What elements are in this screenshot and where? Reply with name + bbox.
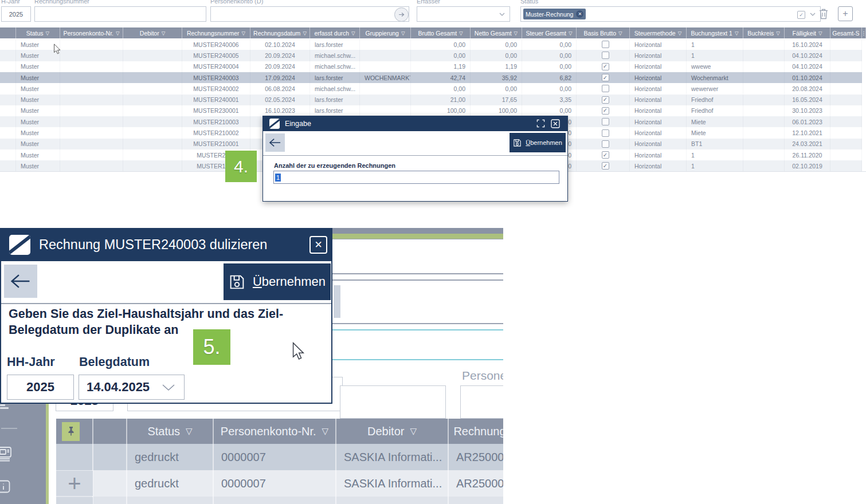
mouse-cursor xyxy=(53,44,61,57)
chip-remove-icon[interactable]: ✕ xyxy=(576,10,583,18)
status-multiselect[interactable]: Muster-Rechnung ✕ ✓ xyxy=(520,6,821,22)
filter-icon[interactable]: ▽ xyxy=(569,30,573,36)
column-header-debitor[interactable]: Debitor▽ xyxy=(123,27,182,38)
close-icon[interactable] xyxy=(551,119,560,128)
erfasser-dropdown[interactable] xyxy=(417,6,510,22)
column-header-c1[interactable] xyxy=(93,419,127,444)
status-chip[interactable]: Muster-Rechnung ✕ xyxy=(523,9,586,19)
print-view-icon[interactable] xyxy=(0,446,12,464)
basis-brutto-checkbox[interactable] xyxy=(602,85,609,92)
anzahl-value: 1 xyxy=(275,174,281,182)
basis-brutto-checkbox[interactable] xyxy=(602,151,609,159)
table-row[interactable]: gedruckt0000007SASKIA Informati...AR2500… xyxy=(56,497,503,504)
filter-icon[interactable]: ▽ xyxy=(186,426,193,436)
column-header-netto[interactable]: Netto Gesamt▽ xyxy=(471,27,522,38)
filter-icon[interactable]: ▽ xyxy=(351,30,355,36)
table-row[interactable]: MusterMUSTER24000102.05.2024lars.forster… xyxy=(0,94,862,105)
column-header-faelligkeit[interactable]: Fälligkeit▽ xyxy=(785,27,830,38)
add-row-button[interactable]: + xyxy=(56,471,93,496)
basis-brutto-checkbox[interactable] xyxy=(602,162,609,170)
basis-brutto-checkbox[interactable] xyxy=(602,74,609,81)
column-header-basis_brutto[interactable]: Basis Brutto▽ xyxy=(577,27,630,38)
pin-icon[interactable] xyxy=(62,422,80,441)
filter-icon[interactable]: ▽ xyxy=(303,30,307,36)
column-header-rechnungsdatum[interactable]: Rechnungsdatum▽ xyxy=(250,27,310,38)
filter-icon[interactable]: ▽ xyxy=(242,30,246,36)
filter-icon[interactable]: ▽ xyxy=(459,30,463,36)
hh-jahr-field[interactable]: 2025 xyxy=(1,6,31,22)
filter-icon[interactable]: ▽ xyxy=(678,30,682,36)
cell-debitor xyxy=(123,61,182,72)
background-button-fragment xyxy=(334,285,340,318)
basis-brutto-checkbox[interactable] xyxy=(602,118,609,125)
table-row[interactable]: MusterMUSTER24000420.09.2024michael.schw… xyxy=(0,61,862,72)
filter-icon[interactable]: ▽ xyxy=(735,30,739,36)
column-header-rechnungsnummer[interactable]: Rechnungsnummer▽ xyxy=(182,27,250,38)
filter-icon[interactable]: ▽ xyxy=(116,30,120,36)
column-header-gesamt[interactable]: Gesamt-S xyxy=(830,27,862,38)
trash-icon[interactable] xyxy=(818,8,829,22)
chevron-down-icon[interactable] xyxy=(499,13,505,16)
column-header-brutto[interactable]: Brutto Gesamt▽ xyxy=(411,27,471,38)
basis-brutto-checkbox[interactable] xyxy=(602,129,609,137)
close-icon[interactable]: ✕ xyxy=(309,236,327,254)
table-row[interactable]: MusterMUSTER23000116.10.2023lars.forster… xyxy=(0,105,862,116)
cell-faelligkeit: 16.10.2024 xyxy=(785,39,830,50)
table-row[interactable]: MusterMUSTER24000602.10.2024lars.forster… xyxy=(0,39,862,50)
filter-icon[interactable]: ▽ xyxy=(776,30,780,36)
column-header-c0[interactable] xyxy=(0,27,16,38)
column-header-debitor[interactable]: Debitor▽ xyxy=(336,419,449,444)
rechnungsnummer-field[interactable] xyxy=(34,6,206,22)
column-header-buchungstext[interactable]: Buchungstext 1▽ xyxy=(687,27,743,38)
add-filter-button[interactable]: + xyxy=(838,6,853,21)
filter-icon[interactable]: ▽ xyxy=(818,30,822,36)
belegdatum-dropdown[interactable]: 14.04.2025 xyxy=(79,375,185,400)
basis-brutto-checkbox[interactable] xyxy=(602,140,609,148)
column-header-rechnung[interactable]: Rechnungs xyxy=(449,419,503,444)
column-options-icon[interactable]: ⋮ xyxy=(862,27,866,38)
maximize-icon[interactable] xyxy=(536,119,546,128)
basis-brutto-checkbox[interactable] xyxy=(602,63,609,70)
column-header-c0[interactable] xyxy=(56,419,93,444)
personenkonto-field[interactable] xyxy=(210,6,409,22)
table-row[interactable]: MusterMUSTER24000206.08.2024michael.schw… xyxy=(0,83,862,94)
column-header-steuermethode[interactable]: Steuermethode▽ xyxy=(630,27,687,38)
cell-personenkonto xyxy=(60,127,123,138)
info-icon[interactable] xyxy=(0,480,10,495)
basis-brutto-checkbox[interactable] xyxy=(602,41,609,48)
add-row-button[interactable]: + xyxy=(56,497,93,504)
table-row[interactable]: MusterMUSTER24000317.09.2024lars.forster… xyxy=(0,72,862,83)
back-button[interactable] xyxy=(4,265,37,298)
background-field[interactable] xyxy=(460,385,503,419)
column-header-steuer[interactable]: Steuer Gesamt▽ xyxy=(522,27,577,38)
filter-icon[interactable]: ▽ xyxy=(410,426,417,436)
table-row[interactable]: gedruckt0000007SASKIA Informati...AR2500… xyxy=(56,444,503,470)
column-header-buchkreis[interactable]: Buchkreis▽ xyxy=(743,27,785,38)
basis-brutto-checkbox[interactable] xyxy=(602,52,609,59)
uebernehmen-button[interactable]: Übernehmen xyxy=(510,133,566,152)
anzahl-input[interactable]: 1 xyxy=(273,171,559,184)
personenkonto-go-icon[interactable] xyxy=(394,7,409,22)
back-button[interactable] xyxy=(265,133,285,152)
filter-icon[interactable]: ▽ xyxy=(401,30,405,36)
chevron-down-icon[interactable] xyxy=(810,13,816,16)
select-all-icon[interactable]: ✓ xyxy=(797,11,805,19)
filter-icon[interactable]: ▽ xyxy=(322,426,329,436)
column-header-status[interactable]: Status▽ xyxy=(127,419,214,444)
background-field[interactable] xyxy=(340,385,446,419)
filter-icon[interactable]: ▽ xyxy=(162,30,166,36)
basis-brutto-checkbox[interactable] xyxy=(602,96,609,104)
filter-icon[interactable]: ▽ xyxy=(618,30,622,36)
hh-jahr-field[interactable]: 2025 xyxy=(7,375,74,400)
column-header-gruppierung[interactable]: Gruppierung▽ xyxy=(360,27,411,38)
filter-icon[interactable]: ▽ xyxy=(46,30,50,36)
column-header-konto[interactable]: Personenkonto-Nr.▽ xyxy=(214,419,336,444)
uebernehmen-button[interactable]: Übernehmen xyxy=(224,263,331,300)
column-header-erfasst[interactable]: erfasst durch▽ xyxy=(310,27,360,38)
filter-icon[interactable]: ▽ xyxy=(514,30,518,36)
column-header-status[interactable]: Status▽ xyxy=(16,27,60,38)
table-row[interactable]: MusterMUSTER24000520.09.2024michael.schw… xyxy=(0,50,862,61)
table-row[interactable]: gedruckt0000007SASKIA Informati...AR2500… xyxy=(56,470,503,497)
column-header-personenkonto[interactable]: Personenkonto-Nr.▽ xyxy=(60,27,123,38)
basis-brutto-checkbox[interactable] xyxy=(602,107,609,115)
